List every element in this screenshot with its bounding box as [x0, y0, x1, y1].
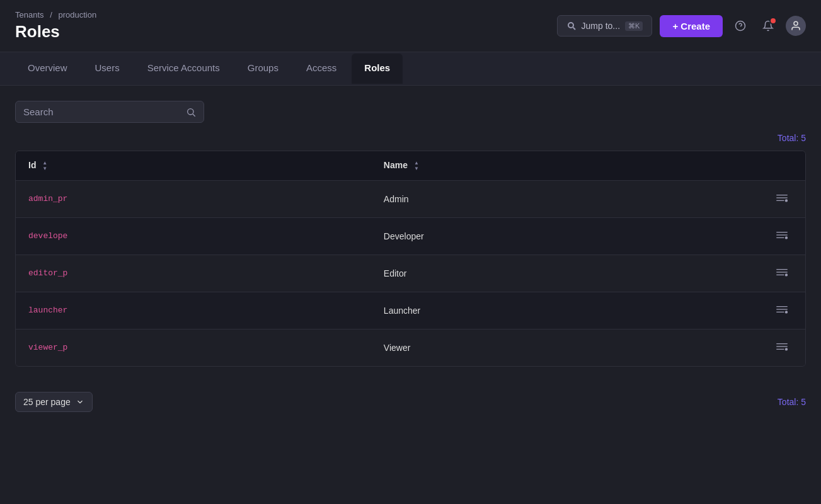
- notifications-button[interactable]: [758, 16, 778, 36]
- cell-action: [759, 329, 805, 366]
- header: Tenants / production Roles Jump to... ⌘K…: [0, 0, 821, 52]
- column-header-name[interactable]: Name ▲ ▼: [371, 151, 759, 180]
- table-row[interactable]: admin_pr Admin: [16, 180, 805, 217]
- svg-line-1: [573, 28, 575, 30]
- tab-overview[interactable]: Overview: [15, 52, 80, 85]
- svg-point-18: [785, 273, 788, 276]
- column-header-id[interactable]: Id ▲ ▼: [16, 151, 371, 180]
- svg-point-4: [794, 21, 798, 25]
- svg-point-22: [785, 311, 788, 313]
- bell-icon: [762, 20, 774, 32]
- tab-users[interactable]: Users: [83, 52, 132, 85]
- tab-groups[interactable]: Groups: [235, 52, 291, 85]
- svg-point-0: [568, 23, 573, 28]
- breadcrumb: Tenants / production: [15, 10, 96, 20]
- tab-service-accounts[interactable]: Service Accounts: [135, 52, 233, 85]
- user-icon: [790, 20, 801, 32]
- id-sort-arrows[interactable]: ▲ ▼: [42, 161, 47, 171]
- cell-id: launcher: [16, 292, 371, 329]
- cell-name: Developer: [371, 217, 759, 255]
- cell-name: Editor: [371, 255, 759, 292]
- cell-action: [759, 217, 805, 255]
- cell-id: viewer_p: [16, 329, 371, 366]
- per-page-label: 25 per page: [23, 397, 71, 407]
- search-container: [15, 101, 806, 123]
- search-icon: [566, 21, 577, 31]
- cell-action: [759, 292, 805, 329]
- chevron-down-icon: [76, 398, 84, 406]
- keyboard-shortcut: ⌘K: [625, 21, 643, 31]
- help-button[interactable]: [730, 16, 750, 36]
- cell-id: editor_p: [16, 255, 371, 292]
- per-page-selector[interactable]: 25 per page: [15, 392, 93, 412]
- header-left: Tenants / production Roles: [15, 10, 96, 42]
- row-action-button[interactable]: [771, 265, 793, 282]
- jump-to-label: Jump to...: [582, 21, 620, 31]
- svg-point-26: [785, 348, 788, 350]
- jump-to-button[interactable]: Jump to... ⌘K: [557, 15, 653, 37]
- create-label: + Create: [672, 21, 710, 32]
- create-button[interactable]: + Create: [660, 15, 723, 37]
- search-icon: [186, 107, 196, 117]
- breadcrumb-tenants[interactable]: Tenants: [15, 10, 44, 20]
- header-right: Jump to... ⌘K + Create: [557, 15, 806, 37]
- svg-point-5: [188, 108, 193, 114]
- breadcrumb-sep: /: [50, 10, 52, 20]
- cell-action: [759, 255, 805, 292]
- cell-id: develope: [16, 217, 371, 255]
- cell-action: [759, 180, 805, 217]
- search-input[interactable]: [23, 106, 181, 117]
- footer-bar: 25 per page Total: 5: [0, 382, 821, 422]
- total-count-top: Total: 5: [15, 133, 806, 143]
- cell-name: Viewer: [371, 329, 759, 366]
- main-content: Total: 5 Id ▲ ▼ Name ▲: [0, 86, 821, 382]
- page-title: Roles: [15, 22, 96, 42]
- tab-roles[interactable]: Roles: [352, 54, 403, 84]
- table-row[interactable]: launcher Launcher: [16, 292, 805, 329]
- svg-line-6: [193, 114, 195, 117]
- breadcrumb-production[interactable]: production: [58, 10, 96, 20]
- tabs-bar: Overview Users Service Accounts Groups A…: [0, 52, 821, 86]
- cell-name: Admin: [371, 180, 759, 217]
- cell-name: Launcher: [371, 292, 759, 329]
- row-action-button[interactable]: [771, 302, 793, 319]
- total-count-bottom: Total: 5: [778, 397, 806, 407]
- table-row[interactable]: editor_p Editor: [16, 255, 805, 292]
- svg-point-14: [785, 236, 788, 239]
- help-icon: [735, 20, 746, 32]
- user-avatar-button[interactable]: [786, 16, 806, 36]
- name-sort-arrows[interactable]: ▲ ▼: [414, 161, 419, 171]
- row-action-button[interactable]: [771, 228, 793, 244]
- table-row[interactable]: develope Developer: [16, 217, 805, 255]
- search-input-wrapper: [15, 101, 204, 123]
- cell-id: admin_pr: [16, 180, 371, 217]
- table-body: admin_pr Admin develope Developer: [16, 180, 805, 366]
- row-action-button[interactable]: [771, 191, 793, 207]
- svg-point-10: [785, 199, 788, 202]
- table-row[interactable]: viewer_p Viewer: [16, 329, 805, 366]
- table-header-row: Id ▲ ▼ Name ▲ ▼: [16, 151, 805, 180]
- tab-access[interactable]: Access: [294, 52, 349, 85]
- row-action-button[interactable]: [771, 340, 793, 356]
- data-table: Id ▲ ▼ Name ▲ ▼: [15, 151, 806, 367]
